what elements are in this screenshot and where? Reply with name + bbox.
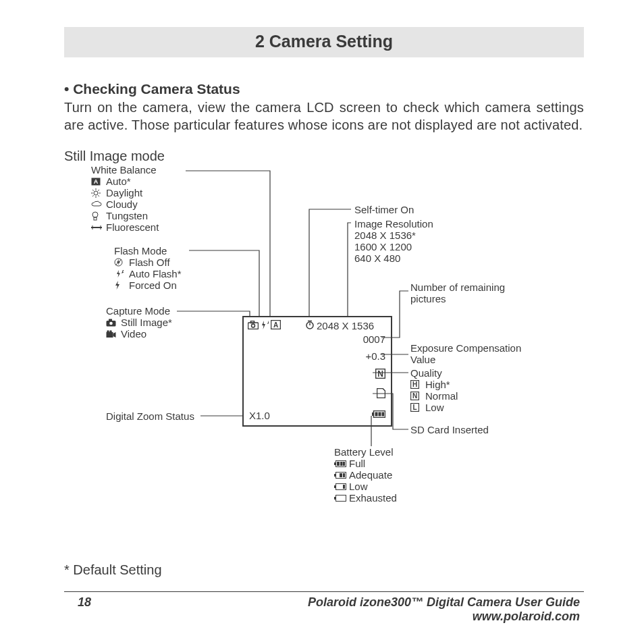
svg-rect-46 [251, 321, 254, 323]
svg-rect-59 [379, 412, 381, 417]
svg-rect-35 [343, 462, 345, 466]
lcd-battery-icon [372, 410, 385, 418]
page-footer: 18 Polaroid izone300™ Digital Camera Use… [64, 591, 584, 624]
section-heading: • Checking Camera Status [64, 81, 584, 97]
wb-item: Tungsten [106, 210, 148, 221]
lcd-wb-icon: A [271, 320, 281, 329]
svg-point-11 [92, 212, 98, 217]
svg-rect-34 [340, 462, 343, 466]
battery-item: Full [349, 458, 365, 469]
svg-rect-57 [372, 412, 374, 416]
svg-rect-39 [343, 473, 345, 477]
flash-off-icon [114, 258, 125, 267]
ev-label: Exposure Compensation Value [410, 343, 545, 365]
battery-exhausted-icon [334, 495, 345, 502]
wb-fluorescent-icon [91, 224, 102, 231]
footnote: * Default Setting [64, 562, 162, 578]
svg-text:N: N [412, 392, 417, 400]
flash-on-icon [114, 281, 125, 290]
svg-text:N: N [377, 369, 383, 379]
chapter-title: 2 Camera Setting [64, 27, 584, 57]
svg-rect-12 [94, 217, 97, 220]
svg-rect-20 [109, 319, 112, 321]
self-timer-label: Self-timer On [354, 204, 414, 215]
quality-title: Quality [410, 367, 458, 379]
quality-l-icon: L [410, 403, 421, 412]
svg-line-9 [92, 195, 94, 196]
svg-text:H: H [412, 381, 417, 388]
wb-item: Cloudy [106, 198, 138, 210]
quality-block: Quality HHigh* NNormal LLow [410, 367, 458, 413]
video-icon [106, 330, 117, 338]
svg-text:L: L [412, 404, 417, 411]
capture-mode-block: Capture Mode Still Image* Video [106, 305, 172, 340]
lcd-screen: A A 2048 X 1536 0007 +0.3 N X1.0 [242, 316, 392, 427]
quality-h-icon: H [410, 380, 421, 389]
battery-item: Exhausted [349, 492, 397, 504]
wb-item: Fluorescent [106, 221, 159, 233]
flash-mode-title: Flash Mode [114, 245, 182, 257]
quality-item: High* [425, 379, 450, 390]
quality-n-icon: N [410, 392, 421, 400]
wb-item: Auto* [106, 176, 131, 187]
svg-rect-44 [334, 497, 336, 500]
battery-title: Battery Level [334, 446, 397, 458]
digital-zoom-label: Digital Zoom Status [106, 410, 194, 422]
image-res-item: 1600 X 1200 [354, 241, 433, 252]
flash-auto-icon: A [114, 269, 125, 278]
lcd-timer-icon [305, 320, 315, 329]
flash-item: Flash Off [129, 257, 170, 268]
page-number: 18 [64, 595, 91, 610]
flash-mode-block: Flash Mode Flash Off AAuto Flash* Forced… [114, 245, 182, 291]
battery-adequate-icon [334, 472, 345, 479]
svg-rect-22 [107, 332, 113, 338]
svg-rect-37 [334, 474, 336, 477]
battery-block: Battery Level Full Adequate Low Exhauste… [334, 446, 397, 504]
mode-heading: Still Image mode [64, 149, 584, 164]
svg-text:A: A [122, 269, 124, 274]
svg-point-47 [252, 324, 255, 327]
svg-rect-41 [334, 485, 336, 488]
lcd-flash-icon: A [259, 320, 269, 330]
svg-line-10 [98, 190, 99, 191]
remaining-label: Number of remaining pictures [410, 282, 518, 304]
svg-point-2 [94, 191, 98, 195]
svg-rect-32 [334, 462, 336, 465]
image-res-title: Image Resolution [354, 218, 433, 230]
capture-item: Still Image* [121, 317, 172, 328]
lcd-quality-icon: N [375, 369, 385, 379]
battery-full-icon [334, 460, 345, 467]
svg-rect-33 [337, 462, 340, 466]
footer-url: www.polaroid.com [308, 610, 580, 624]
image-res-block: Image Resolution 2048 X 1536* 1600 X 120… [354, 218, 433, 264]
still-image-icon [106, 319, 117, 327]
lcd-camera-icon [248, 321, 259, 329]
wb-daylight-icon [91, 188, 102, 198]
svg-text:A: A [273, 321, 278, 329]
sd-label: SD Card Inserted [410, 424, 489, 435]
battery-item: Low [349, 481, 368, 492]
capture-item: Video [121, 328, 146, 340]
white-balance-title: White Balance [91, 164, 159, 176]
capture-mode-title: Capture Mode [106, 305, 172, 317]
svg-point-24 [109, 330, 112, 333]
footer-guide: Polaroid izone300™ Digital Camera User G… [308, 595, 580, 610]
intro-paragraph: Turn on the camera, view the camera LCD … [64, 99, 584, 134]
svg-rect-42 [343, 485, 345, 489]
flash-item: Forced On [129, 279, 177, 291]
wb-auto-icon: A [91, 178, 102, 186]
wb-tungsten-icon [91, 211, 102, 221]
lcd-zoom: X1.0 [249, 410, 270, 421]
lcd-ev: +0.3 [365, 350, 385, 362]
svg-text:A: A [94, 178, 99, 185]
flash-item: Auto Flash* [129, 268, 182, 279]
battery-item: Adequate [349, 469, 392, 481]
diagram-area: White Balance AAuto* Daylight Cloudy Tun… [64, 164, 584, 522]
wb-item: Daylight [106, 187, 142, 198]
white-balance-block: White Balance AAuto* Daylight Cloudy Tun… [91, 164, 159, 233]
svg-line-8 [98, 195, 99, 196]
svg-point-21 [109, 321, 113, 325]
svg-point-23 [107, 330, 109, 333]
svg-text:A: A [267, 320, 269, 325]
wb-cloudy-icon [91, 200, 102, 208]
